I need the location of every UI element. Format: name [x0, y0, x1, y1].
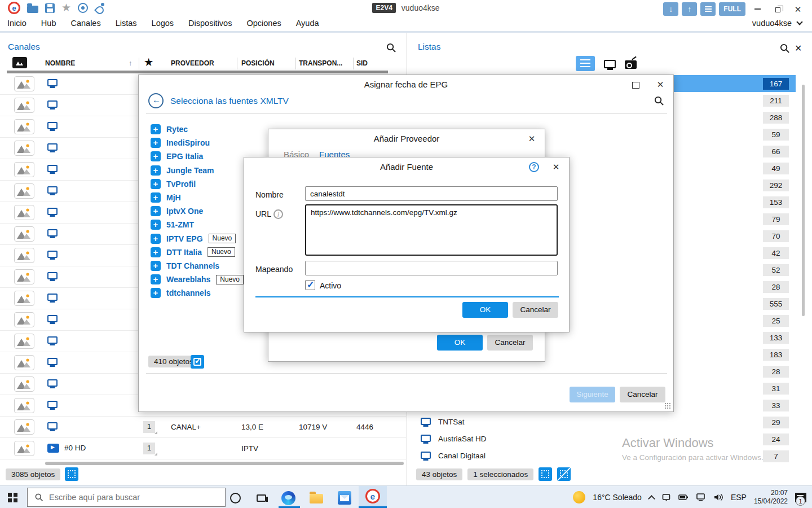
cancel-button[interactable]: Cancelar: [513, 302, 558, 318]
clock[interactable]: 20:07 15/04/2022: [754, 489, 788, 506]
list-view-button[interactable]: [576, 56, 595, 71]
open-folder-icon[interactable]: [27, 6, 38, 13]
scan-icon[interactable]: [78, 3, 88, 13]
menu-item-hub[interactable]: Hub: [41, 19, 56, 28]
name-field[interactable]: [305, 186, 558, 201]
xmltv-source-item[interactable]: + InediSpirou: [151, 136, 244, 150]
start-button[interactable]: [8, 493, 17, 502]
upload-button[interactable]: ↑: [682, 2, 697, 16]
list-mode-button[interactable]: [700, 2, 716, 16]
channel-row[interactable]: 1 CANAL+ 13,0 E 10719 V 4446: [0, 417, 406, 438]
column-header-name[interactable]: NOMBRE: [45, 59, 75, 67]
xmltv-source-item[interactable]: + Rytec: [151, 122, 244, 136]
expand-plus-icon[interactable]: +: [151, 261, 161, 271]
select-all-icon[interactable]: [539, 467, 552, 481]
expand-plus-icon[interactable]: +: [151, 247, 161, 257]
language-indicator[interactable]: ESP: [731, 493, 747, 502]
xmltv-source-item[interactable]: + TDT Channels: [151, 259, 244, 273]
horizontal-scrollbar[interactable]: [45, 462, 404, 465]
close-icon[interactable]: ✕: [527, 134, 537, 144]
menu-item-canales[interactable]: Canales: [70, 19, 100, 28]
weather-sun-icon[interactable]: [573, 491, 585, 503]
favorite-column-icon[interactable]: ★: [144, 56, 153, 68]
close-button[interactable]: ✕: [789, 2, 806, 16]
active-app-button[interactable]: e: [359, 486, 387, 508]
url-field[interactable]: https://www.tdtchannels.com/epg/TV.xml.g…: [305, 204, 558, 256]
cancel-button[interactable]: Cancelar: [620, 387, 665, 402]
bouquet-row[interactable]: Canal Digitaal 7: [411, 448, 796, 465]
expand-plus-icon[interactable]: +: [151, 234, 161, 244]
next-button[interactable]: Siguiente: [570, 387, 615, 402]
taskbar-search[interactable]: [27, 488, 226, 507]
info-icon[interactable]: i: [273, 209, 283, 219]
back-button[interactable]: [148, 93, 164, 108]
full-button[interactable]: FULL: [719, 2, 745, 16]
profile-selector[interactable]: vuduo4kse: [752, 19, 802, 28]
expand-plus-icon[interactable]: +: [151, 206, 161, 216]
search-icon[interactable]: [654, 95, 664, 106]
xmltv-source-item[interactable]: + 51-ZMT: [151, 218, 244, 231]
menu-item-ayuda[interactable]: Ayuda: [296, 19, 319, 28]
menu-item-listas[interactable]: Listas: [116, 19, 137, 28]
expand-plus-icon[interactable]: +: [151, 124, 161, 134]
menu-item-logos[interactable]: Logos: [152, 19, 174, 28]
vertical-scrollbar[interactable]: [802, 85, 805, 316]
column-header-position[interactable]: POSICIÓN: [241, 59, 275, 67]
sort-ascending-icon[interactable]: ↑: [129, 59, 133, 67]
mail-button[interactable]: [337, 491, 352, 505]
deselect-all-icon[interactable]: [557, 467, 571, 481]
network-icon[interactable]: [696, 493, 706, 502]
edge-button[interactable]: [281, 491, 295, 505]
cortana-button[interactable]: [228, 491, 242, 505]
expand-plus-icon[interactable]: +: [151, 151, 161, 161]
file-explorer-button[interactable]: [309, 491, 324, 505]
xmltv-source-item[interactable]: + DTT Italia Nuevo: [151, 246, 244, 259]
favorites-icon[interactable]: ★: [61, 2, 71, 14]
radio-filter-icon[interactable]: [625, 60, 637, 69]
battery-icon[interactable]: [678, 493, 689, 502]
expand-plus-icon[interactable]: +: [151, 288, 161, 298]
mapping-field[interactable]: [305, 261, 558, 275]
maximize-icon[interactable]: [632, 82, 639, 89]
xmltv-source-item[interactable]: + MjH: [151, 191, 244, 204]
channel-row[interactable]: #0 HD 1 IPTV: [0, 438, 406, 459]
expand-plus-icon[interactable]: +: [151, 220, 161, 230]
expand-plus-icon[interactable]: +: [151, 274, 161, 284]
ok-button[interactable]: OK: [437, 335, 483, 351]
close-panel-icon[interactable]: ✕: [795, 43, 802, 54]
task-view-button[interactable]: [254, 491, 268, 505]
ok-button[interactable]: OK: [462, 302, 508, 318]
menu-item-opciones[interactable]: Opciones: [246, 19, 281, 28]
xmltv-source-item[interactable]: + TvProfil: [151, 177, 244, 191]
save-icon[interactable]: [45, 3, 55, 13]
minimize-button[interactable]: [749, 2, 766, 16]
close-icon[interactable]: ✕: [655, 80, 665, 90]
xmltv-source-item[interactable]: + Jungle Team: [151, 164, 244, 177]
device-sync-icon[interactable]: [661, 493, 671, 502]
download-button[interactable]: ↓: [663, 2, 678, 16]
active-checkbox[interactable]: [305, 280, 315, 290]
help-icon[interactable]: ?: [529, 162, 539, 172]
expand-plus-icon[interactable]: +: [151, 165, 161, 176]
column-header-sid[interactable]: SID: [356, 59, 368, 67]
xmltv-source-item[interactable]: + EPG Italia: [151, 150, 244, 163]
search-icon[interactable]: [386, 42, 396, 53]
menu-item-dispositivos[interactable]: Dispositivos: [188, 19, 232, 28]
xmltv-source-item[interactable]: + tdtchannels: [151, 286, 244, 300]
taskbar-search-input[interactable]: [49, 493, 207, 502]
expand-plus-icon[interactable]: +: [151, 179, 161, 189]
xmltv-source-item[interactable]: + IPTV EPG Nuevo: [151, 232, 244, 246]
image-column-icon[interactable]: [12, 57, 27, 68]
xmltv-source-item[interactable]: + Weareblahs Nuevo: [151, 273, 244, 286]
check-all-icon[interactable]: [191, 355, 204, 369]
column-header-provider[interactable]: PROVEEDOR: [171, 59, 214, 67]
satellite-icon[interactable]: [95, 3, 105, 13]
select-all-icon[interactable]: [65, 467, 78, 481]
weather-text[interactable]: 16°C Soleado: [593, 493, 642, 502]
cancel-button[interactable]: Cancelar: [487, 335, 533, 351]
expand-plus-icon[interactable]: +: [151, 138, 161, 148]
search-icon[interactable]: [779, 43, 790, 54]
bouquet-row[interactable]: TNTSat 29: [411, 414, 796, 431]
xmltv-source-item[interactable]: + IptvX One: [151, 204, 244, 218]
volume-icon[interactable]: [713, 493, 723, 502]
